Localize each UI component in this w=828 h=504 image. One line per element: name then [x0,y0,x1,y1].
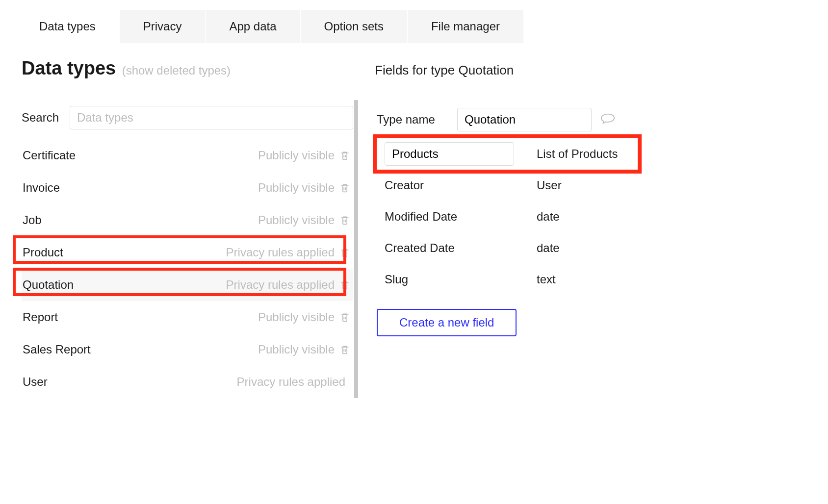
type-name: Quotation [23,278,226,292]
type-name: Invoice [23,181,258,195]
field-type: text [537,273,556,286]
type-item-quotation[interactable]: Quotation Privacy rules applied [22,269,353,301]
field-row-creator[interactable]: Creator User [375,170,812,201]
field-type: date [537,210,560,224]
privacy-status: Publicly visible [258,213,335,227]
field-row-products[interactable]: List of Products [375,138,812,170]
field-row-slug[interactable]: Slug text [375,264,812,295]
privacy-status: Privacy rules applied [237,375,345,389]
field-name: Slug [385,273,537,286]
tab-data-types[interactable]: Data types [16,10,120,43]
type-name: Sales Report [23,343,258,356]
field-name [385,142,537,166]
type-list: Certificate Publicly visible Invoice Pub… [22,139,353,398]
search-row: Search [22,106,353,129]
type-item-sales-report[interactable]: Sales Report Publicly visible [22,333,353,366]
section-title: Data types [22,58,116,79]
tab-option-sets[interactable]: Option sets [301,10,408,43]
trash-icon[interactable] [339,279,350,290]
type-name-label: Type name [377,113,457,126]
type-item-certificate[interactable]: Certificate Publicly visible [22,139,353,172]
field-type: date [537,241,560,255]
type-name: User [23,375,237,389]
privacy-status: Publicly visible [258,310,335,324]
trash-icon[interactable] [339,247,350,258]
type-item-report[interactable]: Report Publicly visible [22,301,353,333]
trash-icon[interactable] [339,150,350,161]
field-name: Creator [385,178,537,192]
privacy-status: Privacy rules applied [226,278,335,292]
field-row-created-date[interactable]: Created Date date [375,232,812,264]
field-type: List of Products [537,147,618,161]
field-type: User [537,178,562,192]
data-editor: Data types Privacy App data Option sets … [0,0,828,398]
privacy-status: Publicly visible [258,343,335,356]
field-name: Modified Date [385,210,537,224]
fields-title: Fields for type Quotation [375,63,812,87]
privacy-status: Publicly visible [258,181,335,195]
trash-icon[interactable] [339,344,350,355]
tab-file-manager[interactable]: File manager [408,10,524,43]
type-name-input[interactable] [457,108,592,131]
privacy-status: Publicly visible [258,149,335,162]
field-name: Created Date [385,241,537,255]
data-types-panel: Data types (show deleted types) Search C… [16,58,353,398]
type-name: Report [23,310,258,324]
content: Data types (show deleted types) Search C… [16,43,812,398]
field-row-modified-date[interactable]: Modified Date date [375,201,812,232]
type-name: Product [23,246,226,259]
create-field-button[interactable]: Create a new field [377,309,517,336]
type-name: Job [23,213,258,227]
field-list: List of Products Creator User Modified D… [375,138,812,295]
show-deleted-link[interactable]: (show deleted types) [122,64,231,77]
scrollbar[interactable] [354,100,358,398]
section-header: Data types (show deleted types) [22,58,353,88]
type-item-product[interactable]: Product Privacy rules applied [22,236,353,269]
type-item-job[interactable]: Job Publicly visible [22,204,353,236]
tab-privacy[interactable]: Privacy [120,10,206,43]
fields-panel: Fields for type Quotation Type name List… [353,58,812,398]
privacy-status: Privacy rules applied [226,246,335,259]
type-name: Certificate [23,149,258,162]
type-item-invoice[interactable]: Invoice Publicly visible [22,172,353,204]
tab-app-data[interactable]: App data [206,10,300,43]
search-input[interactable] [70,106,353,129]
search-label: Search [22,111,70,125]
type-item-user[interactable]: User Privacy rules applied [22,366,353,398]
type-name-row: Type name [377,108,812,131]
field-name-input[interactable] [385,142,514,166]
comment-icon[interactable] [600,113,615,126]
trash-icon[interactable] [339,182,350,193]
trash-icon[interactable] [339,312,350,323]
tabs: Data types Privacy App data Option sets … [16,10,812,43]
trash-icon[interactable] [339,215,350,226]
